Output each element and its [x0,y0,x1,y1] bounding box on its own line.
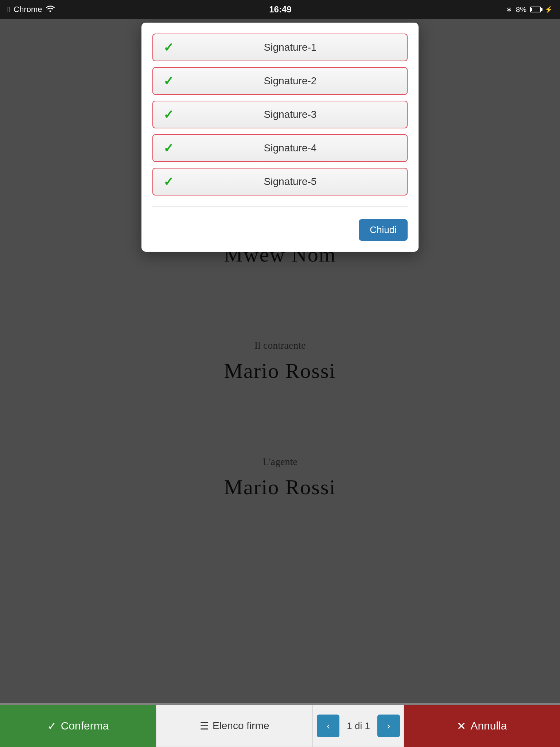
check-icon-4: ✓ [162,142,175,155]
charge-icon: ⚡ [545,5,553,13]
elenco-button[interactable]: ☰ Elenco firme [156,705,313,747]
status-right: ∗ 8% ⚡ [506,5,553,14]
main-content: Il contraente Mwew Nom Il contraente Mar… [0,19,560,703]
list-icon: ☰ [200,720,209,732]
signature-list: ✓ Signature-1 ✓ Signature-2 ✓ Signature-… [152,34,408,207]
signature-modal: ✓ Signature-1 ✓ Signature-2 ✓ Signature-… [141,23,419,252]
conferma-check-icon: ✓ [47,720,57,732]
signature-item-4[interactable]: ✓ Signature-4 [152,134,408,162]
chiudi-button[interactable]: Chiudi [359,219,408,241]
pagination-area: ‹ 1 di 1 › [313,705,404,747]
prev-page-button[interactable]: ‹ [317,715,339,737]
time-display: 16:49 [269,4,291,15]
annulla-label: Annulla [470,720,507,732]
page-info: 1 di 1 [339,720,377,732]
bluetooth-icon: ∗ [506,5,512,14]
status-bar:  Chrome 16:49 ∗ 8% ⚡ [0,0,560,19]
signature-name-4: Signature-4 [182,142,398,154]
check-icon-1: ✓ [162,41,175,54]
check-icon-5: ✓ [162,175,175,188]
signature-name-1: Signature-1 [182,42,398,53]
modal-overlay: ✓ Signature-1 ✓ Signature-2 ✓ Signature-… [0,19,560,703]
signature-item-5[interactable]: ✓ Signature-5 [152,168,408,196]
signature-name-5: Signature-5 [182,176,398,187]
annulla-button[interactable]: ✕ Annulla [404,705,560,747]
conferma-label: Conferma [61,720,109,732]
elenco-label: Elenco firme [213,720,269,732]
apple-icon:  [7,5,10,14]
battery-percent: 8% [516,5,526,14]
signature-name-2: Signature-2 [182,75,398,87]
app-name: Chrome [13,5,42,14]
modal-footer: Chiudi [152,218,408,241]
signature-item-3[interactable]: ✓ Signature-3 [152,101,408,128]
signature-item-1[interactable]: ✓ Signature-1 [152,34,408,61]
status-left:  Chrome [7,5,55,14]
chevron-left-icon: ‹ [327,720,330,732]
check-icon-3: ✓ [162,108,175,121]
check-icon-2: ✓ [162,74,175,88]
chevron-right-icon: › [387,720,390,732]
wifi-icon [46,5,55,14]
next-page-button[interactable]: › [377,715,400,737]
conferma-button[interactable]: ✓ Conferma [0,705,156,747]
signature-item-2[interactable]: ✓ Signature-2 [152,67,408,95]
battery-icon [530,7,541,12]
bottom-toolbar: ✓ Conferma ☰ Elenco firme ‹ 1 di 1 › ✕ A… [0,705,560,747]
signature-name-3: Signature-3 [182,109,398,120]
annulla-x-icon: ✕ [457,720,466,732]
